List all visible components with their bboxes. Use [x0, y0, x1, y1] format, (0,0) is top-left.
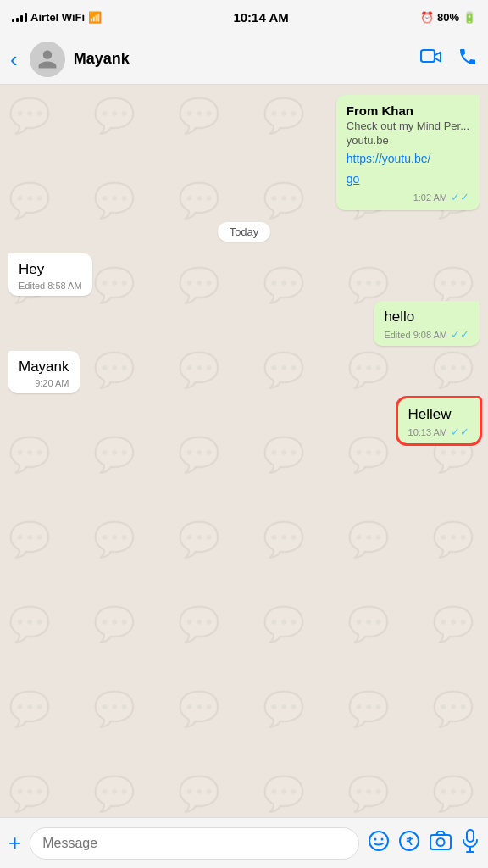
avatar[interactable]: [30, 42, 65, 77]
contact-name[interactable]: Mayank: [74, 50, 412, 68]
svg-point-2: [374, 837, 377, 840]
alarm-icon: ⏰: [420, 11, 434, 24]
signal-icon: [12, 12, 27, 22]
message-text: Hellew: [408, 406, 452, 422]
message-text: Mayank: [19, 359, 69, 375]
bubble-meta: 10:13 AM ✓✓: [408, 426, 469, 438]
edited-label: Edited 8:58 AM: [19, 281, 82, 291]
date-label: Today: [218, 222, 271, 242]
status-time: 10:14 AM: [233, 10, 288, 25]
tick-icon: ✓✓: [451, 191, 469, 203]
back-button[interactable]: ‹: [10, 48, 21, 70]
edited-label: Edited 9:08 AM: [384, 330, 447, 340]
svg-rect-8: [467, 830, 474, 842]
battery-label: 80%: [437, 11, 459, 24]
message-time: 10:13 AM: [408, 427, 447, 437]
bubble-meta: Edited 8:58 AM: [19, 281, 82, 291]
message-row: Hellew 10:13 AM ✓✓: [8, 398, 480, 443]
incoming-bubble: Mayank 9:20 AM: [8, 351, 80, 393]
tick-icon: ✓✓: [451, 426, 469, 438]
input-bar: + ₹: [0, 817, 488, 868]
date-separator: Today: [8, 222, 480, 242]
svg-point-3: [381, 837, 384, 840]
incoming-bubble: Hey Edited 8:58 AM: [8, 253, 92, 296]
link-go[interactable]: go: [347, 172, 469, 186]
outgoing-bubble: hello Edited 9:08 AM ✓✓: [374, 301, 480, 346]
link-title: From Khan: [347, 103, 469, 118]
header-icons: [420, 47, 478, 72]
status-right: ⏰ 80% 🔋: [420, 11, 476, 24]
call-button[interactable]: [458, 47, 478, 72]
bubble-meta: Edited 9:08 AM ✓✓: [384, 328, 469, 341]
wifi-icon: 📶: [88, 11, 102, 24]
status-bar: Airtel WiFi 📶 10:14 AM ⏰ 80% 🔋: [0, 0, 488, 34]
svg-rect-0: [421, 50, 435, 62]
svg-point-1: [369, 832, 388, 850]
status-left: Airtel WiFi 📶: [12, 11, 102, 24]
mic-button[interactable]: [461, 829, 480, 858]
chat-header: ‹ Mayank: [0, 34, 488, 85]
svg-rect-6: [430, 835, 451, 849]
message-row: From Khan Check out my Mind Per... youtu…: [8, 95, 480, 210]
link-desc: Check out my Mind Per...: [347, 120, 469, 132]
link-meta: 1:02 AM ✓✓: [347, 191, 469, 203]
message-text: Hey: [19, 261, 44, 277]
message-text: hello: [384, 309, 414, 325]
link-domain: youtu.be: [347, 134, 469, 147]
bubble-meta: 9:20 AM: [19, 378, 69, 388]
carrier-label: Airtel WiFi: [30, 11, 85, 24]
message-time: 1:02 AM: [413, 192, 447, 203]
message-row: hello Edited 9:08 AM ✓✓: [8, 301, 480, 346]
add-button[interactable]: +: [8, 830, 21, 856]
battery-icon: 🔋: [463, 11, 476, 24]
message-input[interactable]: [30, 827, 359, 860]
highlighted-bubble: Hellew 10:13 AM ✓✓: [398, 398, 480, 443]
sticker-button[interactable]: [368, 830, 390, 857]
link-url[interactable]: https://youtu.be/: [347, 152, 469, 165]
svg-point-7: [437, 838, 445, 846]
svg-text:₹: ₹: [406, 835, 413, 848]
avatar-icon: [36, 48, 58, 70]
message-time: 9:20 AM: [35, 378, 69, 388]
chat-area: From Khan Check out my Mind Per... youtu…: [0, 85, 488, 817]
video-call-button[interactable]: [420, 47, 442, 71]
message-row: Hey Edited 8:58 AM: [8, 253, 480, 296]
message-row: Mayank 9:20 AM: [8, 351, 480, 393]
tick-icon: ✓✓: [451, 328, 469, 341]
camera-button[interactable]: [429, 830, 452, 857]
link-bubble: From Khan Check out my Mind Per... youtu…: [336, 95, 480, 210]
rupee-button[interactable]: ₹: [398, 830, 420, 857]
